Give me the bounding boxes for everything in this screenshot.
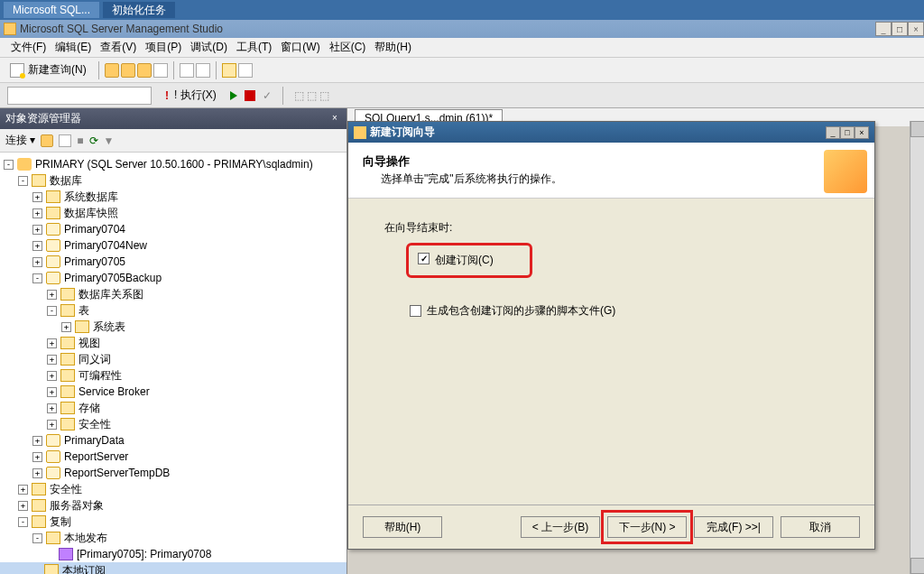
create-subscription-highlight: ✓ 创建订阅(C): [406, 243, 532, 278]
back-button[interactable]: < 上一步(B): [521, 516, 600, 538]
dialog-close-button[interactable]: ×: [855, 126, 869, 139]
app-icon: [4, 23, 16, 35]
window-titlebar: Microsoft SQL Server Management Studio _…: [0, 20, 924, 38]
dialog-footer: 帮助(H) < 上一步(B) 下一步(N) > 完成(F) >>| 取消: [348, 505, 874, 549]
tree-storage[interactable]: 存储: [79, 401, 100, 415]
stop-icon[interactable]: [245, 90, 255, 101]
taskbar-item-app[interactable]: Microsoft SQL...: [4, 2, 99, 18]
wizard-icon: [824, 150, 867, 193]
play-icon[interactable]: [230, 91, 237, 100]
object-explorer: 对象资源管理器 × 连接 ▾ ■ ⟳ ▼ -PRIMARY (SQL Serve…: [0, 108, 347, 574]
tree-db[interactable]: PrimaryData: [64, 433, 125, 448]
tree-db[interactable]: ReportServerTempDB: [64, 466, 170, 480]
folder-open-icon[interactable]: [222, 63, 236, 78]
publication-icon: [59, 548, 73, 560]
create-subscription-checkbox[interactable]: ✓: [418, 253, 430, 264]
menu-view[interactable]: 查看(V): [97, 38, 140, 57]
database-combo[interactable]: [7, 87, 152, 105]
minimize-button[interactable]: _: [875, 22, 892, 36]
next-button[interactable]: 下一步(N) >: [607, 516, 687, 538]
dialog-header: 向导操作 选择单击"完成"后系统将执行的操作。: [348, 143, 874, 199]
connect-icon[interactable]: [41, 134, 53, 147]
dialog-title: 新建订阅向导: [370, 125, 435, 140]
tree-sbroker[interactable]: Service Broker: [79, 384, 150, 399]
db-icon[interactable]: [105, 63, 119, 78]
open-icon[interactable]: [180, 63, 194, 78]
tree-item[interactable]: 数据库关系图: [79, 287, 143, 301]
tree-replication[interactable]: 复制: [50, 514, 71, 529]
server-icon: [17, 158, 32, 171]
menu-project[interactable]: 项目(P): [142, 38, 185, 57]
tree-systables[interactable]: 系统表: [93, 319, 125, 334]
new-query-icon: [10, 63, 24, 78]
menu-help[interactable]: 帮助(H): [371, 38, 415, 57]
tree-server[interactable]: PRIMARY (SQL Server 10.50.1600 - PRIMARY…: [35, 157, 313, 171]
cancel-button[interactable]: 取消: [781, 516, 860, 538]
folder-icon: [32, 174, 46, 187]
generate-script-checkbox[interactable]: [410, 305, 421, 317]
dialog-icon: [354, 126, 366, 139]
connect-dropdown[interactable]: 连接 ▾: [5, 133, 35, 148]
maximize-button[interactable]: □: [892, 22, 908, 36]
tree-views[interactable]: 视图: [79, 336, 100, 350]
new-subscription-wizard: 新建订阅向导 _ □ × 向导操作 选择单击"完成"后系统将执行的操作。 在向导…: [347, 121, 875, 550]
taskbar: Microsoft SQL... 初始化任务: [0, 0, 924, 20]
dialog-minimize-button[interactable]: _: [826, 126, 840, 139]
dialog-maximize-button[interactable]: □: [840, 126, 855, 139]
content-area: SQLQuery1.s...dmin (61))* 新建订阅向导 _ □ × 向…: [347, 108, 924, 574]
db-icon-2[interactable]: [121, 63, 135, 78]
explorer-close-icon[interactable]: ×: [328, 113, 341, 125]
vertical-scrollbar[interactable]: [910, 121, 924, 574]
tree-sec[interactable]: 安全性: [79, 417, 111, 431]
save-icon[interactable]: [196, 63, 210, 78]
tree-synonyms[interactable]: 同义词: [79, 352, 111, 366]
taskbar-item-task[interactable]: 初始化任务: [103, 2, 175, 18]
menu-debug[interactable]: 调试(D): [187, 38, 231, 57]
disconnect-icon[interactable]: [59, 134, 71, 147]
menu-tools[interactable]: 工具(T): [233, 38, 275, 57]
tree-db[interactable]: Primary0704: [64, 222, 125, 236]
create-subscription-label: 创建订阅(C): [435, 253, 494, 268]
toolbar-main: 新建查询(N): [0, 58, 924, 83]
explorer-title: 对象资源管理器 ×: [0, 108, 346, 129]
tree-serverobj[interactable]: 服务器对象: [50, 498, 104, 513]
tree-db[interactable]: Primary0705Backup: [64, 271, 162, 285]
save-all-icon[interactable]: [238, 63, 253, 78]
tree-databases[interactable]: 数据库: [50, 173, 82, 188]
help-button[interactable]: 帮助(H): [363, 516, 442, 538]
tree-sysdb[interactable]: 系统数据库: [64, 190, 118, 204]
new-query-button[interactable]: 新建查询(N): [4, 60, 93, 80]
tree-security[interactable]: 安全性: [50, 482, 82, 496]
close-button[interactable]: ×: [908, 22, 924, 36]
tree-snapshot[interactable]: 数据库快照: [64, 206, 118, 220]
tree-prog[interactable]: 可编程性: [79, 368, 122, 383]
tree-localsub[interactable]: 本地订阅: [62, 563, 106, 574]
dialog-titlebar[interactable]: 新建订阅向导 _ □ ×: [348, 122, 874, 143]
tree-db[interactable]: Primary0704New: [64, 238, 147, 253]
dialog-body: 在向导结束时: ✓ 创建订阅(C) 生成包含创建订阅的步骤的脚本文件(G): [348, 199, 874, 347]
toolbar-sql: !! 执行(X) ✓ ⬚ ⬚ ⬚: [0, 83, 924, 108]
tree-db[interactable]: Primary0705: [64, 255, 125, 269]
filter-icon[interactable]: ▼: [104, 134, 115, 147]
menu-window[interactable]: 窗口(W): [277, 38, 323, 57]
toggle-icon[interactable]: -: [4, 160, 14, 170]
object-tree[interactable]: -PRIMARY (SQL Server 10.50.1600 - PRIMAR…: [0, 153, 346, 574]
window-title: Microsoft SQL Server Management Studio: [20, 23, 223, 35]
menubar: 文件(F) 编辑(E) 查看(V) 项目(P) 调试(D) 工具(T) 窗口(W…: [0, 38, 924, 58]
generate-script-label: 生成包含创建订阅的步骤的脚本文件(G): [427, 303, 615, 319]
finish-button[interactable]: 完成(F) >>|: [694, 516, 773, 538]
menu-edit[interactable]: 编辑(E): [51, 38, 95, 57]
db-icon-3[interactable]: [137, 63, 152, 78]
tree-tables[interactable]: 表: [79, 303, 89, 318]
refresh-icon[interactable]: ⟳: [89, 134, 98, 147]
dialog-heading: 向导操作: [363, 153, 860, 170]
menu-file[interactable]: 文件(F): [7, 38, 50, 57]
doc-icon[interactable]: [153, 63, 168, 78]
tree-db[interactable]: ReportServer: [64, 449, 128, 464]
end-label: 在向导结束时:: [384, 220, 838, 236]
tree-localpub[interactable]: 本地发布: [64, 531, 107, 545]
menu-community[interactable]: 社区(C): [326, 38, 370, 57]
execute-button[interactable]: !! 执行(X): [159, 85, 223, 106]
tree-pub[interactable]: [Primary0705]: Primary0708: [77, 547, 211, 561]
dialog-subheading: 选择单击"完成"后系统将执行的操作。: [381, 171, 860, 187]
